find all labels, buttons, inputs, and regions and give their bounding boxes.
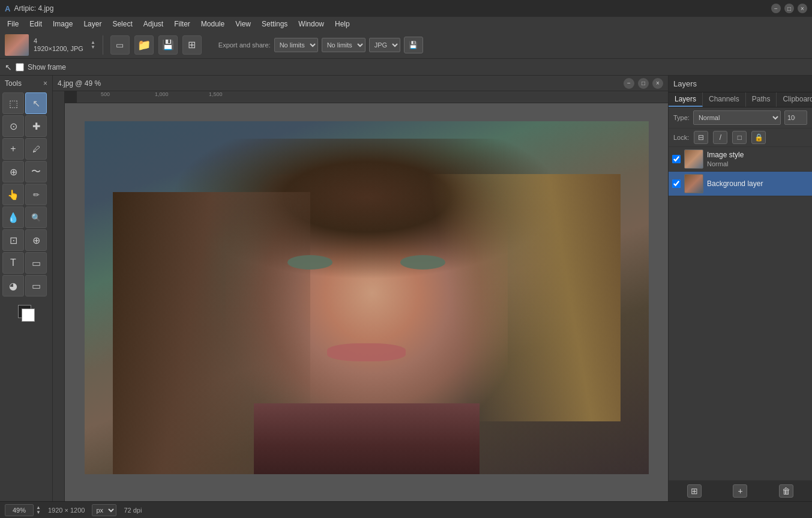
pointer-icon: ↖ <box>5 62 12 72</box>
panels-button[interactable]: ⊞ <box>182 35 202 55</box>
text-tool-button[interactable]: T <box>2 252 24 274</box>
menu-module[interactable]: Module <box>196 19 229 29</box>
tab-channels[interactable]: Channels <box>703 92 746 107</box>
export-format-select[interactable]: JPG <box>369 38 400 52</box>
canvas-image <box>85 121 649 474</box>
main-area: Tools × ⬚ ↖ ⊙ ✚ + 🖊 ⊕ 〜 👆 ✏ 💧 🔍 ⊡ ⊕ <box>0 76 812 501</box>
maximize-button[interactable]: □ <box>784 4 794 13</box>
open-button[interactable]: 📁 <box>134 35 154 55</box>
smudge-tool-button[interactable]: 👆 <box>2 184 24 205</box>
canvas-close-button[interactable]: × <box>652 78 663 89</box>
layers-lock-row: Lock: ⊟ / □ 🔒 <box>669 128 812 147</box>
menu-filter[interactable]: Filter <box>169 19 195 29</box>
menu-image[interactable]: Image <box>48 19 77 29</box>
lock-all-button[interactable]: 🔒 <box>751 131 766 144</box>
layers-title: Layers <box>673 79 697 88</box>
delete-layer-button[interactable]: 🗑 <box>779 484 793 498</box>
lock-image-button[interactable]: ⊟ <box>694 131 708 144</box>
zoom-tool-button[interactable]: 🔍 <box>25 206 47 228</box>
magnify-tool-button[interactable]: ⊕ <box>25 229 47 251</box>
menu-help[interactable]: Help <box>330 19 355 29</box>
frame-tool-button[interactable]: ▭ <box>25 275 47 297</box>
show-frame-checkbox[interactable] <box>16 63 24 71</box>
export-size-select2[interactable]: No limits <box>322 38 365 52</box>
tools-row-3: + 🖊 <box>2 138 50 160</box>
new-document-button[interactable]: ▭ <box>110 35 130 55</box>
menu-file[interactable]: File <box>2 19 23 29</box>
dpi-label: 72 dpi <box>124 507 142 514</box>
menu-settings[interactable]: Settings <box>257 19 292 29</box>
lock-paint-button[interactable]: / <box>713 131 727 144</box>
menu-adjust[interactable]: Adjust <box>139 19 168 29</box>
clone-tool-button[interactable]: ⊕ <box>2 161 24 182</box>
zoom-input[interactable] <box>5 504 34 516</box>
canvas-scroll-area[interactable] <box>65 103 668 501</box>
ruler-horizontal: 500 1,000 1,500 <box>65 91 668 103</box>
layer-thumbnail-2 <box>684 174 703 193</box>
tools-row-2: ⊙ ✚ <box>2 115 50 137</box>
liquify-tool-button[interactable]: 〜 <box>25 161 47 182</box>
layer-item-background[interactable]: Background layer <box>669 172 812 196</box>
canvas-maximize-button[interactable]: □ <box>638 78 649 89</box>
new-frame-button[interactable]: ⊞ <box>687 484 702 498</box>
gradient-tool-button[interactable]: ◕ <box>2 275 24 297</box>
menu-select[interactable]: Select <box>107 19 137 29</box>
image-thumbnail <box>5 34 29 56</box>
dimensions-label: 1920 × 1200 <box>48 507 85 514</box>
title-bar-left: A Artipic: 4.jpg <box>5 4 53 13</box>
layer-mode-1: Normal <box>707 160 744 167</box>
layer-info-2: Background layer <box>707 179 763 188</box>
zoom-arrows[interactable]: ▲▼ <box>36 505 41 515</box>
title-bar: A Artipic: 4.jpg − □ × <box>0 0 812 17</box>
menu-edit[interactable]: Edit <box>25 19 47 29</box>
opacity-input[interactable] <box>784 110 807 125</box>
lock-label: Lock: <box>673 134 689 141</box>
tab-paths[interactable]: Paths <box>746 92 777 107</box>
image-nav-arrows[interactable]: ▲▼ <box>91 40 95 50</box>
background-color[interactable] <box>22 309 35 322</box>
tools-close-button[interactable]: × <box>43 79 47 88</box>
canvas-container: 4.jpg @ 49 % − □ × 500 1000 <box>53 76 668 501</box>
lock-position-button[interactable]: □ <box>732 131 747 144</box>
selection-tool-button[interactable]: ⬚ <box>2 92 24 114</box>
layer-type-select[interactable]: Normal Multiply Screen Overlay <box>693 110 781 125</box>
layer-item-image-style[interactable]: Image style Normal <box>669 147 812 172</box>
close-button[interactable]: × <box>798 4 807 13</box>
menu-view[interactable]: View <box>230 19 256 29</box>
layer-visibility-checkbox-1[interactable] <box>672 155 681 163</box>
layer-visibility-checkbox-2[interactable] <box>672 179 681 188</box>
canvas-minimize-button[interactable]: − <box>624 78 634 89</box>
export-size-select1[interactable]: No limits <box>274 38 318 52</box>
menu-window[interactable]: Window <box>293 19 329 29</box>
layer-name-1: Image style <box>707 151 744 159</box>
pencil-tool-button[interactable]: ✏ <box>25 184 47 205</box>
menu-layer[interactable]: Layer <box>79 19 106 29</box>
transform-tool-button[interactable]: + <box>2 138 24 160</box>
layer-name-2: Background layer <box>707 179 763 188</box>
tools-panel: Tools × ⬚ ↖ ⊙ ✚ + 🖊 ⊕ 〜 👆 ✏ 💧 🔍 ⊡ ⊕ <box>0 76 53 501</box>
layers-footer: ⊞ + 🗑 <box>669 480 812 501</box>
ruler-corner <box>65 91 77 103</box>
healing-tool-button[interactable]: ✚ <box>25 115 47 137</box>
dpi-status: 72 dpi <box>124 507 142 514</box>
ruler-track: 500 1,000 1,500 <box>77 91 668 103</box>
layers-tabs: Layers Channels Paths Clipboard <box>669 92 812 107</box>
sub-toolbar: ↖ Show frame <box>0 59 812 76</box>
save-button[interactable]: 💾 <box>158 35 178 55</box>
minimize-button[interactable]: − <box>771 4 781 13</box>
lasso-tool-button[interactable]: ⊙ <box>2 115 24 137</box>
zoom-status: ▲▼ <box>5 504 41 516</box>
color-swatch-box[interactable] <box>16 303 37 324</box>
export-save-button[interactable]: 💾 <box>404 37 423 53</box>
unit-select[interactable]: px cm in <box>92 504 116 516</box>
crop-tool-button[interactable]: ⊡ <box>2 229 24 251</box>
new-layer-button[interactable]: + <box>733 484 747 498</box>
tools-row-4: ⊕ 〜 <box>2 161 50 182</box>
shape-tool-button[interactable]: ▭ <box>25 252 47 274</box>
tab-clipboard[interactable]: Clipboard <box>777 92 812 107</box>
tab-layers[interactable]: Layers <box>669 92 703 107</box>
type-label: Type: <box>673 114 690 121</box>
eyedropper-tool-button[interactable]: 💧 <box>2 206 24 228</box>
move-tool-button[interactable]: ↖ <box>25 92 47 114</box>
pen-tool-button[interactable]: 🖊 <box>25 138 47 160</box>
